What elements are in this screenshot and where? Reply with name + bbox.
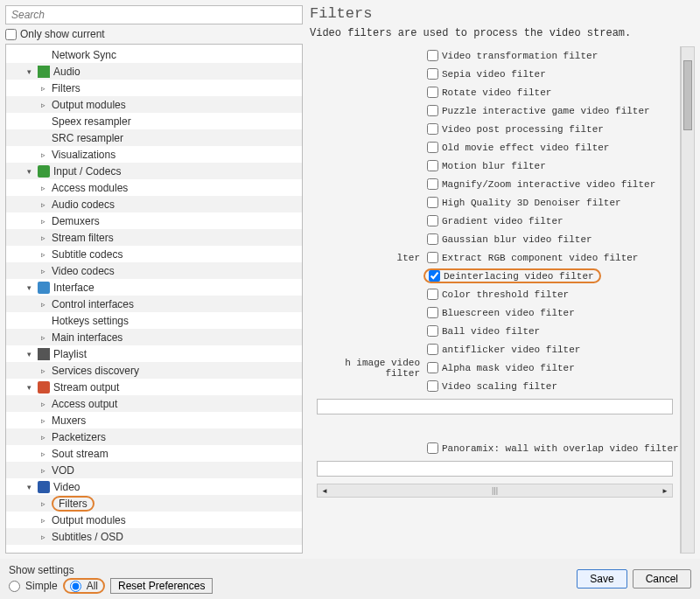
filter-checkbox[interactable] [427, 362, 438, 373]
tree-item[interactable]: ▹Stream filters [6, 229, 302, 246]
filter-checkbox[interactable] [427, 307, 438, 318]
tree-item[interactable]: ▹Output modules [6, 512, 302, 528]
tree-item[interactable]: SRC resampler [6, 129, 302, 146]
video-icon [38, 481, 50, 493]
expand-icon: ▹ [41, 416, 50, 425]
tree-item[interactable]: ▹Access modules [6, 179, 302, 196]
filter-list[interactable]: Video transformation filterSepia video f… [310, 46, 681, 554]
filter-text-input[interactable] [317, 461, 673, 477]
tree-item[interactable]: ▾Stream output [6, 379, 302, 395]
expand-icon: ▹ [41, 267, 50, 275]
expand-icon: ▹ [41, 250, 50, 259]
tree-item[interactable]: ▹Packetizers [6, 428, 302, 445]
tree-item[interactable]: ▾Video [6, 478, 302, 495]
tree-item[interactable]: ▹Access output [6, 395, 302, 412]
filter-row: Video transformation filter [310, 46, 680, 65]
filter-checkbox[interactable] [427, 289, 438, 300]
tree-item[interactable]: ▹Subtitle codecs [6, 246, 302, 262]
tree-item-label: Network Sync [52, 49, 116, 61]
radio-all[interactable]: All [70, 580, 98, 592]
tree-item[interactable]: Network Sync [6, 46, 302, 63]
tree-item-label: Audio codecs [52, 199, 115, 211]
tree-item[interactable]: ▹Subtitles / OSD [6, 528, 302, 545]
tree-item[interactable]: ▾Playlist [6, 345, 302, 362]
expand-icon: ▹ [41, 84, 50, 93]
expand-icon: ▾ [27, 67, 36, 76]
filter-row: Panoramix: wall with overlap video filte… [310, 439, 680, 457]
expand-icon: ▹ [41, 516, 50, 525]
scroll-right-icon[interactable]: ► [660, 485, 670, 496]
filter-checkbox[interactable] [427, 87, 438, 98]
filter-checkbox[interactable] [427, 160, 438, 171]
filter-row: Old movie effect video filter [310, 138, 680, 157]
tree-item-label: Hotkeys settings [52, 315, 129, 327]
tree-item-label: Input / Codecs [53, 165, 121, 178]
tree-item[interactable]: ▹Audio codecs [6, 196, 302, 212]
horizontal-scrollbar[interactable]: ◄|||► [317, 484, 673, 498]
tree-item[interactable]: Hotkeys settings [6, 312, 302, 329]
tree-item[interactable]: ▹Video codecs [6, 262, 302, 279]
tree-item[interactable]: ▹Muxers [6, 412, 302, 428]
tree-item-label: Speex resampler [52, 115, 131, 128]
tree-item[interactable]: ▹Filters [6, 495, 302, 512]
filter-checkbox[interactable] [427, 50, 438, 61]
tree-item[interactable]: ▹Services discovery [6, 362, 302, 379]
scroll-left-icon[interactable]: ◄ [319, 485, 330, 496]
filter-checkbox[interactable] [427, 233, 438, 245]
expand-icon: ▹ [41, 217, 50, 226]
search-input[interactable] [5, 5, 303, 24]
filter-label: Extract RGB component video filter [442, 253, 638, 263]
filter-checkbox[interactable] [427, 215, 438, 226]
tree-item[interactable]: Speex resampler [6, 113, 302, 129]
only-show-current-checkbox[interactable]: Only show current [5, 28, 303, 40]
filter-checkbox[interactable] [427, 380, 438, 392]
tree-item[interactable]: ▹Demuxers [6, 212, 302, 229]
filter-checkbox[interactable] [427, 142, 438, 153]
tree-item[interactable]: ▹VOD [6, 462, 302, 478]
tree-item[interactable]: ▹Output modules [6, 96, 302, 113]
page-subtitle: Video filters are used to process the vi… [310, 27, 695, 39]
filter-checkbox[interactable] [427, 325, 438, 337]
tree-item-label: Demuxers [52, 215, 100, 227]
expand-icon: ▹ [41, 449, 50, 458]
expand-icon: ▾ [27, 167, 36, 176]
filter-label: Bluescreen video filter [442, 308, 575, 318]
filter-checkbox[interactable] [427, 178, 438, 190]
tree-item[interactable]: ▾Audio [6, 63, 302, 80]
filter-checkbox[interactable] [427, 197, 438, 208]
filter-label: Rotate video filter [442, 87, 551, 98]
expand-icon: ▹ [41, 233, 50, 242]
tree-item[interactable]: ▹Sout stream [6, 445, 302, 462]
filter-checkbox[interactable] [427, 344, 438, 355]
tree-item[interactable]: ▾Interface [6, 279, 302, 296]
filter-row: Bluescreen video filter [310, 303, 680, 322]
filter-label: Alpha mask video filter [442, 363, 575, 373]
tree-item-label: Muxers [52, 414, 86, 427]
filter-checkbox[interactable] [427, 252, 438, 263]
vertical-scrollbar[interactable] [681, 46, 695, 554]
audio-icon [38, 66, 50, 78]
expand-icon: ▹ [41, 366, 50, 375]
cancel-button[interactable]: Cancel [633, 569, 691, 589]
filter-label: Gaussian blur video filter [442, 234, 592, 245]
settings-tree[interactable]: Network Sync▾Audio▹Filters▹Output module… [5, 44, 303, 554]
filter-checkbox[interactable] [427, 123, 438, 135]
save-button[interactable]: Save [577, 569, 626, 589]
tree-item[interactable]: ▹Main interfaces [6, 329, 302, 345]
reset-preferences-button[interactable]: Reset Preferences [110, 578, 213, 594]
filter-checkbox[interactable] [427, 442, 438, 454]
tree-item[interactable]: ▾Input / Codecs [6, 163, 302, 179]
filter-label: Video post processing filter [442, 124, 604, 135]
filter-text-input[interactable] [317, 399, 673, 414]
filter-checkbox[interactable] [427, 68, 438, 80]
filter-row: Gaussian blur video filter [310, 230, 680, 248]
filter-checkbox[interactable] [427, 105, 438, 116]
filter-row: Sepia video filter [310, 65, 680, 83]
radio-simple[interactable]: Simple [9, 580, 58, 592]
tree-item[interactable]: ▹Control interfaces [6, 296, 302, 312]
filter-row: Magnify/Zoom interactive video filter [310, 175, 680, 193]
tree-item[interactable]: ▹Visualizations [6, 146, 302, 163]
codecs-icon [38, 165, 50, 178]
tree-item[interactable]: ▹Filters [6, 80, 302, 96]
filter-checkbox[interactable] [429, 270, 440, 282]
